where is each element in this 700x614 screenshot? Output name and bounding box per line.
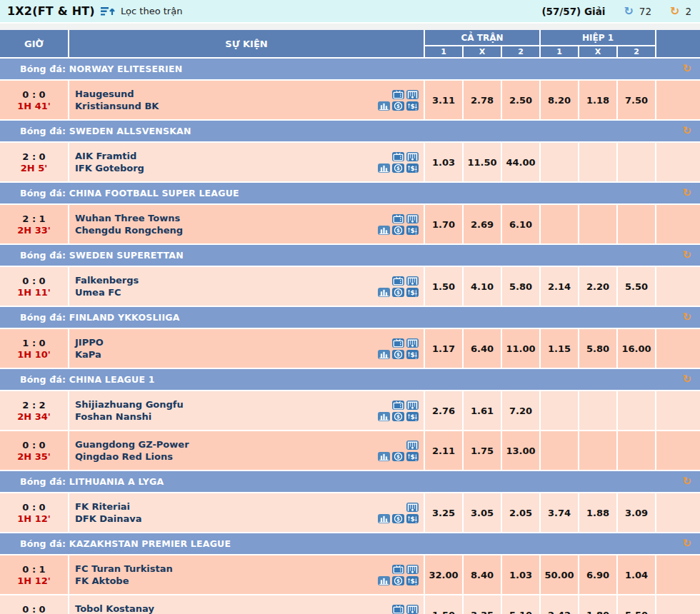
odds-ht-2[interactable]: 5.50	[618, 267, 655, 306]
away-team[interactable]: Foshan Nanshi	[75, 411, 184, 423]
goal-icon[interactable]	[406, 276, 419, 286]
away-team[interactable]: Kristiansund BK	[75, 100, 159, 112]
away-team[interactable]: IFK Goteborg	[75, 162, 144, 174]
odds-ht-1[interactable]: 3.74	[541, 493, 578, 532]
odds-ht-x[interactable]	[579, 143, 616, 181]
tv-icon[interactable]	[392, 214, 404, 223]
odds-movement-icon[interactable]: $	[406, 576, 419, 585]
odds-ht-x[interactable]: 6.90	[579, 555, 616, 594]
odds-movement-icon[interactable]: $	[406, 226, 419, 235]
odds-ft-1[interactable]: 3.11	[425, 81, 462, 119]
odds-ft-x[interactable]: 11.50	[464, 143, 501, 181]
dollar-icon[interactable]: $	[392, 226, 404, 235]
odds-ht-x[interactable]: 2.20	[579, 267, 616, 306]
odds-ht-1[interactable]: 8.20	[541, 81, 578, 119]
odds-ht-2[interactable]: 16.00	[618, 329, 655, 368]
home-team[interactable]: Haugesund	[75, 88, 159, 100]
refresh-icon[interactable]: ↻	[682, 126, 691, 136]
refresh-now-icon[interactable]: ↻	[670, 6, 679, 17]
home-team[interactable]: FK Riteriai	[75, 500, 142, 513]
odds-ht-x[interactable]	[579, 391, 616, 430]
dollar-icon[interactable]: $	[392, 452, 404, 461]
goal-icon[interactable]	[406, 152, 419, 161]
odds-ft-x[interactable]: 4.10	[464, 267, 501, 306]
odds-ht-2[interactable]: 1.04	[618, 555, 655, 594]
dollar-icon[interactable]: $	[392, 350, 404, 359]
odds-movement-icon[interactable]: $	[406, 288, 419, 297]
odds-ft-x[interactable]: 3.35	[464, 595, 501, 614]
away-team[interactable]: KaPa	[75, 348, 104, 361]
odds-ft-2[interactable]: 5.10	[502, 595, 539, 614]
odds-ht-x[interactable]	[579, 205, 616, 243]
bar-chart-icon[interactable]	[378, 576, 390, 585]
bar-chart-icon[interactable]	[378, 412, 390, 421]
goal-icon[interactable]	[406, 565, 419, 574]
league-header[interactable]: Bóng đá: NORWAY ELITESERIEN ↻	[0, 59, 700, 79]
refresh-icon[interactable]: ↻	[682, 476, 691, 487]
home-team[interactable]: FC Turan Turkistan	[75, 563, 173, 575]
odds-ht-2[interactable]	[618, 431, 655, 470]
away-team[interactable]: DFK Dainava	[75, 513, 142, 525]
home-team[interactable]: Tobol Kostanay	[75, 603, 154, 614]
odds-ft-1[interactable]: 2.76	[425, 391, 462, 430]
odds-ht-2[interactable]: 5.50	[618, 595, 655, 614]
odds-ft-1[interactable]: 3.25	[425, 493, 462, 532]
odds-movement-icon[interactable]: $	[406, 163, 419, 173]
odds-ft-2[interactable]: 13.00	[502, 431, 539, 470]
league-header[interactable]: Bóng đá: CHINA FOOTBALL SUPER LEAGUE ↻	[0, 183, 700, 203]
away-team[interactable]: Umea FC	[75, 286, 139, 298]
odds-ft-x[interactable]: 3.05	[464, 493, 501, 532]
odds-ft-2[interactable]: 2.50	[502, 81, 539, 119]
goal-icon[interactable]	[406, 214, 419, 223]
odds-ft-x[interactable]: 6.40	[464, 329, 501, 368]
odds-ht-1[interactable]	[541, 205, 578, 243]
odds-ht-1[interactable]: 1.15	[541, 329, 578, 368]
home-team[interactable]: Guangdong GZ-Power	[75, 438, 189, 451]
odds-ht-1[interactable]: 2.14	[541, 267, 578, 306]
odds-ft-2[interactable]: 6.10	[502, 205, 539, 243]
goal-icon[interactable]	[406, 441, 419, 450]
refresh-all-icon[interactable]: ↻	[624, 6, 633, 17]
dollar-icon[interactable]: $	[392, 101, 404, 111]
tv-icon[interactable]	[392, 605, 404, 614]
odds-ft-1[interactable]: 1.50	[425, 595, 462, 614]
odds-ht-x[interactable]: 1.80	[579, 595, 616, 614]
odds-ht-x[interactable]: 1.18	[579, 81, 616, 119]
refresh-icon[interactable]: ↻	[682, 188, 691, 198]
league-header[interactable]: Bóng đá: LITHUANIA A LYGA ↻	[0, 471, 700, 492]
goal-icon[interactable]	[406, 605, 419, 614]
odds-movement-icon[interactable]: $	[406, 452, 419, 461]
tv-icon[interactable]	[392, 276, 404, 286]
odds-ht-2[interactable]: 7.50	[618, 81, 655, 119]
dollar-icon[interactable]: $	[392, 412, 404, 421]
filter-label[interactable]: Lọc theo trận	[121, 6, 183, 16]
away-team[interactable]: Qingdao Red Lions	[75, 451, 189, 463]
home-team[interactable]: Falkenbergs	[75, 274, 139, 286]
odds-ft-1[interactable]: 2.11	[425, 431, 462, 470]
odds-ht-1[interactable]: 2.42	[541, 595, 578, 614]
odds-ft-x[interactable]: 2.69	[464, 205, 501, 243]
odds-movement-icon[interactable]: $	[406, 514, 419, 523]
bar-chart-icon[interactable]	[378, 163, 390, 173]
odds-ht-2[interactable]	[618, 391, 655, 430]
league-header[interactable]: Bóng đá: SWEDEN ALLSVENSKAN ↻	[0, 121, 700, 141]
bar-chart-icon[interactable]	[378, 514, 390, 523]
home-team[interactable]: AIK Framtid	[75, 150, 144, 162]
tv-icon[interactable]	[392, 565, 404, 574]
odds-ht-x[interactable]: 5.80	[579, 329, 616, 368]
odds-ft-2[interactable]: 5.80	[502, 267, 539, 306]
goal-icon[interactable]	[406, 503, 419, 512]
odds-ht-1[interactable]: 50.00	[541, 555, 578, 594]
tv-icon[interactable]	[392, 90, 404, 99]
tv-icon[interactable]	[392, 152, 404, 161]
odds-ft-2[interactable]: 1.03	[502, 555, 539, 594]
bar-chart-icon[interactable]	[378, 452, 390, 461]
bar-chart-icon[interactable]	[378, 288, 390, 297]
bar-chart-icon[interactable]	[378, 101, 390, 111]
tv-icon[interactable]	[392, 338, 404, 348]
odds-movement-icon[interactable]: $	[406, 412, 419, 421]
away-team[interactable]: FK Aktobe	[75, 575, 173, 587]
filter-sort-icon[interactable]	[100, 6, 116, 17]
home-team[interactable]: JIPPO	[75, 336, 104, 348]
dollar-icon[interactable]: $	[392, 576, 404, 585]
